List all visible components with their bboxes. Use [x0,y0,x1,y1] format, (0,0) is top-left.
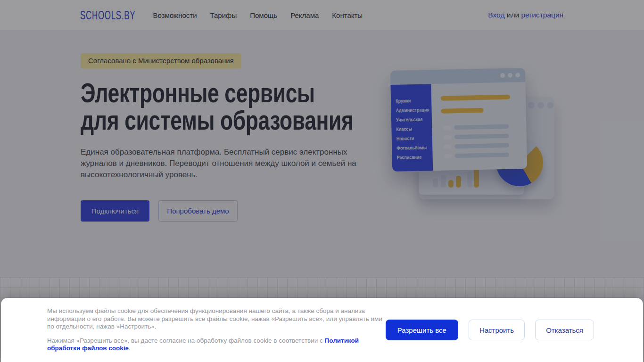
cookie-buttons: Разрешить все Настроить Отказаться [386,320,594,340]
cookie-consent-banner: Мы используем файлы cookie для обеспечен… [1,298,643,362]
cookie-paragraph-1: Мы используем файлы cookie для обеспечен… [47,307,386,331]
cookie-paragraph-2: Нажимая «Разрешить все», вы даете соглас… [47,337,386,353]
decline-cookies-button[interactable]: Отказаться [535,320,594,340]
configure-cookies-button[interactable]: Настроить [469,320,525,340]
cookie-paragraph-2-text: Нажимая «Разрешить все», вы даете соглас… [47,337,325,344]
schools-by-landing-page: SCHOOLS.BY Возможности Тарифы Помощь Рек… [0,0,644,362]
cookie-consent-text: Мы используем файлы cookie для обеспечен… [47,307,386,353]
cookie-paragraph-2-period: . [129,345,131,352]
allow-all-cookies-button[interactable]: Разрешить все [386,320,458,340]
